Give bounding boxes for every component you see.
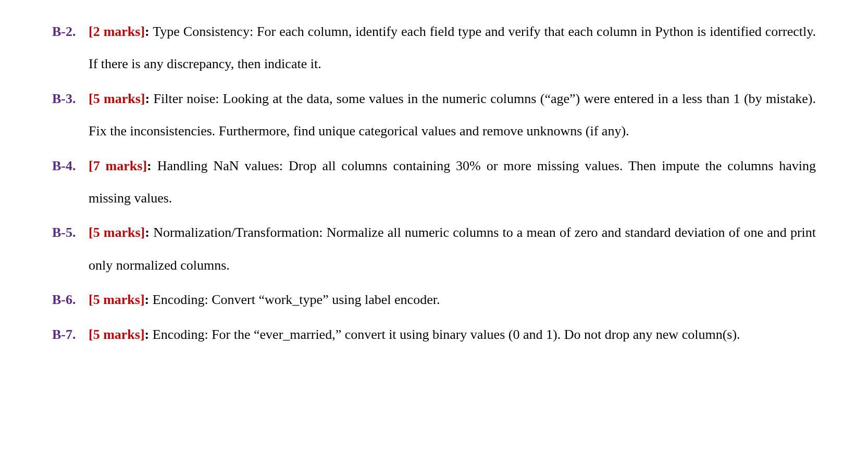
colon: : (145, 292, 150, 307)
question-marks: [5 marks] (89, 327, 145, 342)
question-b4: B-4. [7 marks]: Handling NaN values: Dro… (52, 150, 816, 215)
question-b5: B-5. [5 marks]: Normalization/Transforma… (52, 217, 816, 282)
question-b3: B-3. [5 marks]: Filter noise: Looking at… (52, 83, 816, 148)
question-number: B-2. (52, 16, 89, 81)
question-b2: B-2. [2 marks]: Type Consistency: For ea… (52, 16, 816, 81)
question-b7: B-7. [5 marks]: Encoding: For the “ever_… (52, 319, 816, 351)
colon: : (145, 225, 150, 240)
colon: : (145, 91, 150, 106)
question-body: [5 marks]: Encoding: Convert “work_type”… (89, 284, 816, 316)
question-marks: [5 marks] (89, 91, 145, 106)
document-page: B-2. [2 marks]: Type Consistency: For ea… (0, 0, 868, 369)
colon: : (147, 158, 152, 173)
question-marks: [7 marks] (89, 158, 147, 173)
question-b6: B-6. [5 marks]: Encoding: Convert “work_… (52, 284, 816, 316)
question-marks: [2 marks] (89, 24, 145, 39)
question-text: Filter noise: Looking at the data, some … (89, 91, 816, 138)
colon: : (145, 24, 150, 39)
question-number: B-6. (52, 284, 89, 316)
question-number: B-3. (52, 83, 89, 148)
question-body: [2 marks]: Type Consistency: For each co… (89, 16, 816, 81)
question-text: Encoding: For the “ever_married,” conver… (153, 327, 740, 342)
colon: : (145, 327, 150, 342)
question-text: Type Consistency: For each column, ident… (89, 24, 816, 71)
question-body: [5 marks]: Encoding: For the “ever_marri… (89, 319, 816, 351)
question-marks: [5 marks] (89, 225, 145, 240)
question-number: B-4. (52, 150, 89, 215)
question-body: [5 marks]: Filter noise: Looking at the … (89, 83, 816, 148)
question-number: B-7. (52, 319, 89, 351)
question-text: Handling NaN values: Drop all columns co… (89, 158, 816, 206)
question-marks: [5 marks] (89, 292, 145, 307)
question-body: [5 marks]: Normalization/Transformation:… (89, 217, 816, 282)
question-text: Encoding: Convert “work_type” using labe… (153, 292, 440, 307)
question-body: [7 marks]: Handling NaN values: Drop all… (89, 150, 816, 215)
question-number: B-5. (52, 217, 89, 282)
question-text: Normalization/Transformation: Normalize … (89, 225, 816, 272)
